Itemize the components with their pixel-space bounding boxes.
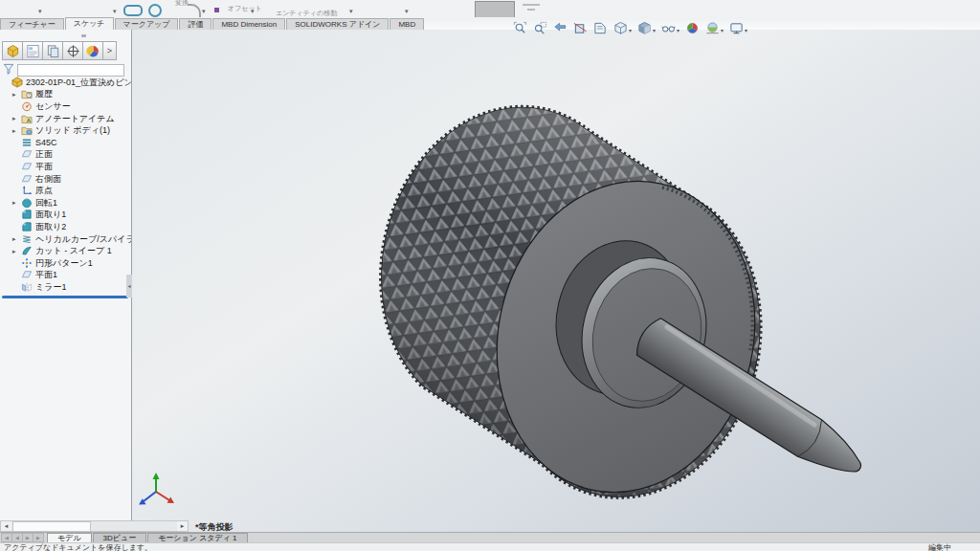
command-tab-5[interactable]: SOLIDWORKS アドイン <box>286 18 389 30</box>
scrollbar-track[interactable] <box>11 521 177 531</box>
dropdown-caret-icon[interactable]: ▾ <box>251 8 255 15</box>
command-tab-1[interactable]: スケッチ <box>65 17 114 30</box>
section-view-button[interactable] <box>573 21 588 39</box>
slot-tool-icon[interactable] <box>123 5 143 16</box>
scroll-right-arrow[interactable]: ▸ <box>177 521 188 531</box>
command-tab-0[interactable]: フィーチャー <box>0 18 64 30</box>
plane-icon <box>21 149 33 162</box>
apply-scene-button[interactable]: ▾ <box>705 21 724 39</box>
tree-item-label: S45C <box>35 138 57 147</box>
hide-show-items-button[interactable]: ▾ <box>661 21 679 39</box>
dropdown-caret-icon[interactable]: ▾ <box>349 8 353 15</box>
display-style-button[interactable]: ▾ <box>637 21 656 39</box>
expand-arrow-icon[interactable]: ▸ <box>12 115 21 122</box>
tree-item-label: 履歴 <box>35 89 53 101</box>
tree-item-16[interactable]: ミラー1 <box>0 281 131 294</box>
zoom-to-fit-button[interactable] <box>513 21 527 39</box>
tree-item-7[interactable]: 右側面 <box>0 173 131 186</box>
tree-filter-input[interactable] <box>17 64 124 77</box>
tab-last-icon[interactable]: ▶ <box>33 533 44 542</box>
tree-item-9[interactable]: ▸回転1 <box>0 197 131 209</box>
expand-arrow-icon[interactable]: ▸ <box>12 91 21 99</box>
panel-drag-handle[interactable] <box>81 34 86 37</box>
annotations-icon: A <box>21 113 33 125</box>
tree-item-10[interactable]: 面取り1 <box>0 209 131 222</box>
hu-section <box>573 21 588 39</box>
panel-tab-dimxpertmanager[interactable] <box>62 41 83 60</box>
solidbody-icon <box>21 124 33 137</box>
tree-item-3[interactable]: ▸ソリッド ボディ(1) <box>0 124 131 137</box>
status-bar: アクティブなドキュメントを保存します。 編集中 <box>0 542 980 551</box>
tree-item-label: 平面 <box>35 161 53 173</box>
feature-tree: 2302-01P-01_位置決めピン (デフォルト<<)▸履歴センサー▸Aアノテ… <box>0 77 131 298</box>
feature-manager-panel: > 2302-01P-01_位置決めピン (デフォルト<<)▸履歴センサー▸Aア… <box>0 30 132 520</box>
tree-item-label: カット - スイープ 1 <box>35 245 112 257</box>
tree-item-1[interactable]: センサー <box>0 100 131 113</box>
cutsweep-icon <box>21 245 33 257</box>
dropdown-caret-icon[interactable]: ▾ <box>721 27 724 33</box>
command-tab-3[interactable]: 評価 <box>179 18 212 30</box>
expand-arrow-icon[interactable]: ▸ <box>12 127 21 135</box>
dropdown-caret-icon[interactable]: ▾ <box>653 27 656 33</box>
scrollbar-thumb[interactable] <box>12 521 91 532</box>
expand-arrow-icon[interactable]: ▸ <box>12 235 21 243</box>
tree-item-5[interactable]: 正面 <box>0 149 131 162</box>
graphics-area[interactable] <box>132 30 980 532</box>
tree-item-0[interactable]: ▸履歴 <box>0 89 131 101</box>
tree-item-15[interactable]: 平面1 <box>0 270 131 282</box>
tree-item-12[interactable]: ▸ヘリカルカーブ/スパイラルカーブ 1 <box>0 233 131 246</box>
dropdown-caret-icon[interactable]: ▾ <box>202 8 206 15</box>
command-tab-4[interactable]: MBD Dimension <box>212 18 285 30</box>
previous-view-button[interactable] <box>553 21 568 39</box>
command-tab-2[interactable]: マークアップ <box>115 18 179 30</box>
view-settings-button[interactable]: ▾ <box>729 21 747 39</box>
tree-item-4[interactable]: S45C <box>0 137 131 149</box>
model-3d-knurled-pin[interactable] <box>132 30 980 532</box>
dropdown-caret-icon[interactable]: ▾ <box>405 8 409 15</box>
edit-appearance-button[interactable] <box>685 21 700 39</box>
panel-tab-displaymanager[interactable] <box>82 41 103 60</box>
tree-item-root[interactable]: 2302-01P-01_位置決めピン (デフォルト<<) <box>0 77 131 89</box>
scroll-left-arrow[interactable]: ◂ <box>1 521 11 531</box>
chamfer-icon <box>21 209 33 222</box>
expand-arrow-icon[interactable]: ▸ <box>12 199 21 207</box>
zoom-to-area-button[interactable] <box>533 21 547 39</box>
tab-scroll-buttons[interactable]: ◀ ◀ ▶ ▶ <box>2 533 44 542</box>
status-message: アクティブなドキュメントを保存します。 <box>4 543 152 551</box>
tree-item-label: ミラー1 <box>35 281 66 294</box>
panel-horizontal-scrollbar[interactable]: ◂ ▸ <box>0 520 189 532</box>
dropdown-caret-icon[interactable]: ▾ <box>113 8 117 15</box>
expand-arrow-icon[interactable]: ▸ <box>12 248 21 255</box>
rollback-bar[interactable] <box>2 296 128 298</box>
hu-displaystyle <box>637 21 652 39</box>
tree-item-11[interactable]: 面取り2 <box>0 221 131 233</box>
circle-tool-icon[interactable] <box>148 4 162 17</box>
tree-item-label: 回転1 <box>35 197 57 209</box>
panel-tab-more-tabs[interactable]: > <box>102 41 117 60</box>
hu-scene <box>705 21 720 39</box>
dropdown-caret-icon[interactable]: ▾ <box>629 27 632 33</box>
tree-item-6[interactable]: 平面 <box>0 161 131 173</box>
fillet-tool-icon[interactable] <box>188 4 201 17</box>
tree-item-8[interactable]: 原点 <box>0 185 131 197</box>
history-icon <box>21 89 33 101</box>
command-tab-6[interactable]: MBD <box>390 18 424 30</box>
dropdown-caret-icon[interactable]: ▾ <box>38 8 42 15</box>
tree-item-14[interactable]: 円形パターン1 <box>0 257 131 270</box>
tree-item-13[interactable]: ▸カット - スイープ 1 <box>0 245 131 257</box>
hu-monitor <box>729 21 744 39</box>
panel-tab-propertymanager[interactable] <box>22 41 43 60</box>
dropdown-caret-icon[interactable]: ▾ <box>677 27 679 33</box>
annotation-views-button[interactable] <box>593 21 608 39</box>
view-orientation-button[interactable]: ▾ <box>613 21 632 39</box>
tree-item-label: 平面1 <box>35 270 57 282</box>
tree-item-2[interactable]: ▸Aアノテートアイテム <box>0 113 131 125</box>
panel-tab-bar: > <box>2 41 117 60</box>
point-tool-icon[interactable] <box>214 8 219 12</box>
material-icon <box>21 137 33 149</box>
dropdown-caret-icon[interactable]: ▾ <box>745 27 747 33</box>
panel-collapse-arrow[interactable]: ◂ <box>126 275 132 298</box>
pressed-ribbon-button[interactable] <box>475 1 515 18</box>
panel-tab-featuremanager-design-tree[interactable] <box>2 41 23 60</box>
panel-tab-configurationmanager[interactable] <box>42 41 63 60</box>
